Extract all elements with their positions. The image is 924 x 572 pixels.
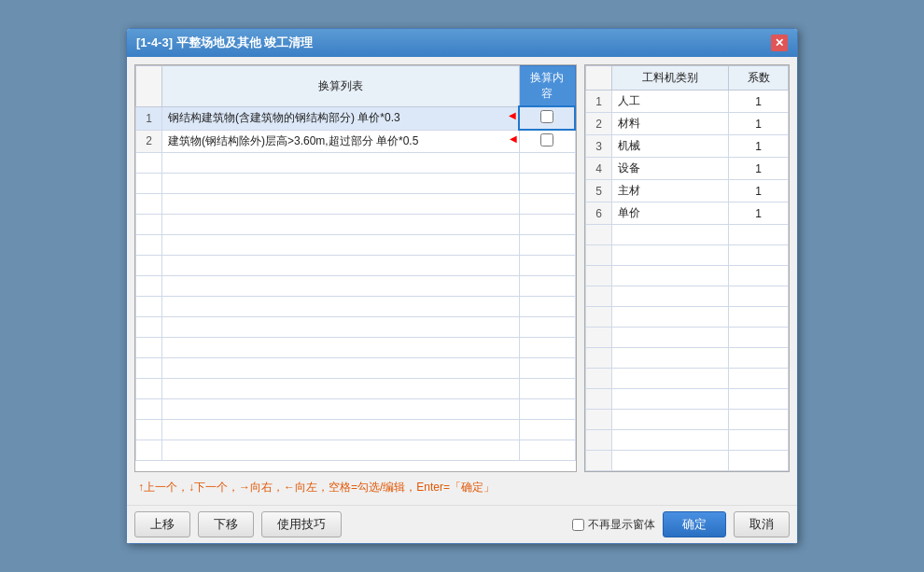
right-col-type-header: 工料机类别 (612, 66, 729, 91)
empty-row (586, 410, 789, 430)
row-type: 主材 (612, 180, 729, 202)
row-coefficient: 1 (729, 135, 789, 158)
row-coefficient: 1 (729, 113, 789, 135)
empty-row (136, 174, 576, 194)
row-num: 3 (586, 135, 612, 158)
empty-row (586, 225, 789, 245)
row-type: 单价 (612, 202, 729, 225)
table-row: 5 主材 1 (586, 180, 789, 202)
empty-row (136, 379, 576, 399)
right-table: 工料机类别 系数 1 人工 1 2 材料 1 3 机械 1 4 设备 1 5 主… (585, 65, 789, 471)
left-table-container: 换算列表 换算内容 1 钢结构建筑物(含建筑物的钢结构部分) 单价*0.3 ◀ (134, 64, 577, 472)
empty-row (586, 430, 789, 451)
left-col-content-header: 换算内容 (519, 66, 575, 107)
right-col-num-header (586, 66, 612, 91)
left-section: 换算列表 换算内容 1 钢结构建筑物(含建筑物的钢结构部分) 单价*0.3 ◀ (134, 64, 577, 472)
empty-row (586, 328, 789, 348)
empty-row (586, 286, 789, 307)
empty-row (136, 317, 576, 338)
empty-row (136, 276, 576, 297)
left-col-list-header: 换算列表 (162, 66, 520, 107)
row-type: 设备 (612, 158, 729, 180)
row-checkbox-1[interactable] (540, 110, 553, 123)
empty-row (586, 266, 789, 286)
move-down-button[interactable]: 下移 (198, 511, 254, 537)
no-show-again-text: 不再显示窗体 (588, 517, 655, 533)
empty-row (586, 369, 789, 389)
table-row: 2 建筑物(钢结构除外)层高>3.60m,超过部分 单价*0.5 ◀ (136, 130, 576, 153)
table-row: 6 单价 1 (586, 202, 789, 225)
row-coefficient: 1 (729, 180, 789, 202)
row-coefficient: 1 (729, 202, 789, 225)
cancel-button[interactable]: 取消 (734, 511, 790, 537)
row-description: 建筑物(钢结构除外)层高>3.60m,超过部分 单价*0.5 ◀ (162, 130, 520, 153)
table-row: 3 机械 1 (586, 135, 789, 158)
dialog-body: 换算列表 换算内容 1 钢结构建筑物(含建筑物的钢结构部分) 单价*0.3 ◀ (127, 57, 797, 505)
row-num: 1 (136, 106, 162, 130)
empty-row (136, 358, 576, 379)
no-show-again-label[interactable]: 不再显示窗体 (572, 517, 655, 533)
empty-row (586, 348, 789, 369)
close-button[interactable]: ✕ (771, 35, 788, 51)
row-num: 1 (586, 91, 612, 113)
row-num: 2 (586, 113, 612, 135)
row-num: 4 (586, 158, 612, 180)
empty-row (136, 235, 576, 256)
right-table-container: 工料机类别 系数 1 人工 1 2 材料 1 3 机械 1 4 设备 1 5 主… (584, 64, 790, 472)
row-num: 6 (586, 202, 612, 225)
row-checkbox-2[interactable] (540, 133, 553, 146)
empty-row (136, 256, 576, 276)
row-checkbox-cell[interactable] (519, 130, 575, 153)
empty-row (136, 440, 576, 461)
empty-row (586, 307, 789, 328)
row-coefficient: 1 (729, 91, 789, 113)
table-row: 1 钢结构建筑物(含建筑物的钢结构部分) 单价*0.3 ◀ (136, 106, 576, 130)
tables-row: 换算列表 换算内容 1 钢结构建筑物(含建筑物的钢结构部分) 单价*0.3 ◀ (134, 64, 790, 472)
main-dialog: [1-4-3] 平整场地及其他 竣工清理 ✕ 换算列表 换算内容 (126, 28, 798, 544)
empty-row (136, 420, 576, 440)
row-type: 机械 (612, 135, 729, 158)
row-description: 钢结构建筑物(含建筑物的钢结构部分) 单价*0.3 ◀ (162, 106, 520, 130)
hint-bar: ↑上一个，↓下一个，→向右，←向左，空格=勾选/编辑，Enter=「确定」 (134, 478, 790, 497)
empty-row (586, 451, 789, 471)
row-type: 材料 (612, 113, 729, 135)
row-checkbox-cell[interactable] (519, 106, 575, 130)
left-col-num-header (136, 66, 162, 107)
empty-row (586, 389, 789, 410)
empty-row (136, 194, 576, 215)
left-table: 换算列表 换算内容 1 钢结构建筑物(含建筑物的钢结构部分) 单价*0.3 ◀ (135, 65, 576, 461)
dialog-title: [1-4-3] 平整场地及其他 竣工清理 (136, 35, 313, 51)
row-num: 2 (136, 130, 162, 153)
empty-row (136, 297, 576, 317)
empty-row (136, 215, 576, 235)
row-coefficient: 1 (729, 158, 789, 180)
move-up-button[interactable]: 上移 (134, 511, 190, 537)
no-show-again-checkbox[interactable] (572, 519, 584, 531)
confirm-button[interactable]: 确定 (663, 511, 726, 537)
arrow-icon: ◀ (510, 133, 517, 144)
right-section: 工料机类别 系数 1 人工 1 2 材料 1 3 机械 1 4 设备 1 5 主… (584, 64, 790, 472)
table-row: 2 材料 1 (586, 113, 789, 135)
empty-row (136, 338, 576, 358)
row-type: 人工 (612, 91, 729, 113)
empty-row (136, 153, 576, 174)
empty-row (586, 245, 789, 266)
table-row: 1 人工 1 (586, 91, 789, 113)
right-col-coef-header: 系数 (729, 66, 789, 91)
table-row: 4 设备 1 (586, 158, 789, 180)
empty-row (136, 399, 576, 420)
tips-button[interactable]: 使用技巧 (261, 511, 342, 537)
arrow-icon: ◀ (509, 110, 516, 120)
footer: 上移 下移 使用技巧 不再显示窗体 确定 取消 (127, 505, 797, 543)
title-bar: [1-4-3] 平整场地及其他 竣工清理 ✕ (127, 29, 797, 57)
row-num: 5 (586, 180, 612, 202)
